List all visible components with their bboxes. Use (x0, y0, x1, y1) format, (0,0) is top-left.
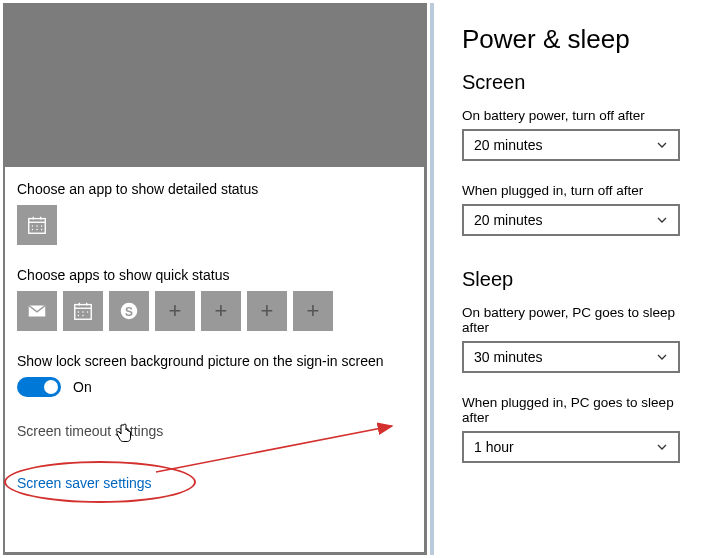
detailed-status-app-calendar[interactable] (17, 205, 57, 245)
quick-status-app-skype[interactable]: S (109, 291, 149, 331)
calendar-icon (26, 214, 48, 236)
add-icon: + (261, 298, 274, 324)
chevron-down-icon (656, 351, 668, 363)
svg-point-19 (82, 315, 83, 316)
quick-status-label: Choose apps to show quick status (17, 267, 412, 283)
svg-point-18 (78, 315, 79, 316)
svg-point-5 (36, 225, 37, 226)
sleep-battery-label: On battery power, PC goes to sleep after (462, 305, 694, 335)
skype-icon: S (118, 300, 140, 322)
screen-heading: Screen (462, 71, 694, 94)
add-icon: + (169, 298, 182, 324)
background-toggle[interactable] (17, 377, 61, 397)
quick-status-add-slot-1[interactable]: + (155, 291, 195, 331)
svg-text:S: S (125, 305, 133, 319)
chevron-down-icon (656, 214, 668, 226)
sleep-heading: Sleep (462, 268, 694, 291)
screen-timeout-settings-link[interactable]: Screen timeout settings (17, 423, 163, 439)
screen-plugged-select[interactable]: 20 minutes (462, 204, 680, 236)
sleep-battery-select[interactable]: 30 minutes (462, 341, 680, 373)
svg-point-9 (41, 229, 42, 230)
quick-status-add-slot-4[interactable]: + (293, 291, 333, 331)
power-sleep-panel: Power & sleep Screen On battery power, t… (434, 0, 716, 558)
quick-status-add-slot-2[interactable]: + (201, 291, 241, 331)
svg-point-7 (32, 229, 33, 230)
background-toggle-label: Show lock screen background picture on t… (17, 353, 412, 369)
sleep-plugged-select[interactable]: 1 hour (462, 431, 680, 463)
detailed-status-row (17, 205, 412, 245)
calendar-icon (72, 300, 94, 322)
chevron-down-icon (656, 441, 668, 453)
svg-point-4 (32, 225, 33, 226)
svg-point-16 (82, 311, 83, 312)
screen-battery-label: On battery power, turn off after (462, 108, 694, 123)
screen-battery-value: 20 minutes (474, 137, 542, 153)
detailed-status-label: Choose an app to show detailed status (17, 181, 412, 197)
add-icon: + (215, 298, 228, 324)
screen-plugged-value: 20 minutes (474, 212, 542, 228)
quick-status-row: S + + + + (17, 291, 412, 331)
svg-point-17 (87, 311, 88, 312)
add-icon: + (307, 298, 320, 324)
sleep-plugged-label: When plugged in, PC goes to sleep after (462, 395, 694, 425)
lock-screen-settings-panel: Choose an app to show detailed status Ch… (5, 167, 424, 552)
chevron-down-icon (656, 139, 668, 151)
quick-status-add-slot-3[interactable]: + (247, 291, 287, 331)
mail-icon (26, 300, 48, 322)
screen-saver-settings-link[interactable]: Screen saver settings (17, 475, 152, 491)
page-title: Power & sleep (462, 24, 694, 55)
left-region-backdrop: Choose an app to show detailed status Ch… (3, 3, 427, 555)
screen-battery-select[interactable]: 20 minutes (462, 129, 680, 161)
svg-point-6 (41, 225, 42, 226)
sleep-battery-value: 30 minutes (474, 349, 542, 365)
quick-status-app-calendar[interactable] (63, 291, 103, 331)
svg-point-15 (78, 311, 79, 312)
screen-plugged-label: When plugged in, turn off after (462, 183, 694, 198)
background-toggle-state: On (73, 379, 92, 395)
sleep-plugged-value: 1 hour (474, 439, 514, 455)
background-toggle-row: On (17, 377, 412, 397)
svg-point-8 (36, 229, 37, 230)
quick-status-app-mail[interactable] (17, 291, 57, 331)
